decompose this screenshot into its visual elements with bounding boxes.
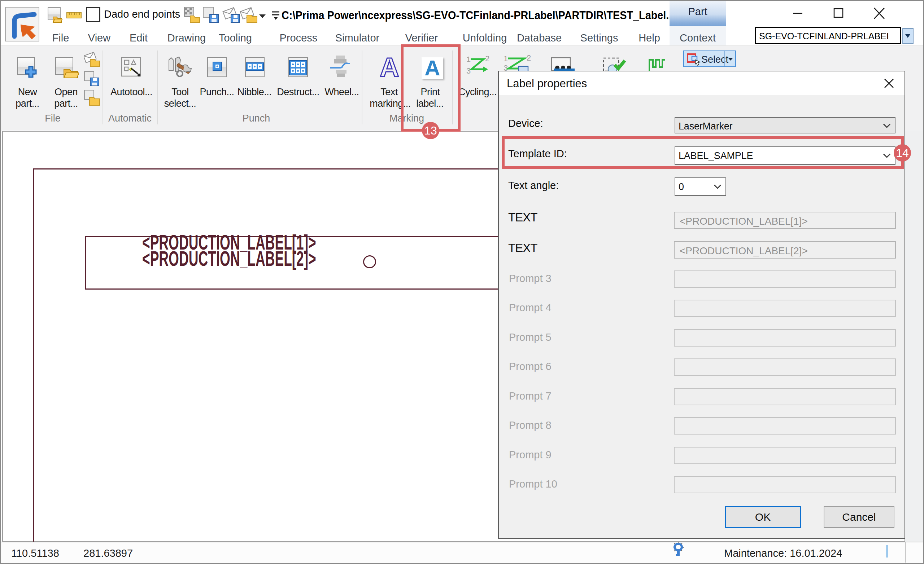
- svg-text:2: 2: [485, 55, 489, 63]
- svg-text:2: 2: [526, 55, 531, 62]
- svg-text:3: 3: [504, 63, 508, 72]
- svg-text:3: 3: [466, 66, 471, 75]
- svg-text:1: 1: [504, 55, 508, 63]
- svg-text:1: 1: [466, 55, 471, 64]
